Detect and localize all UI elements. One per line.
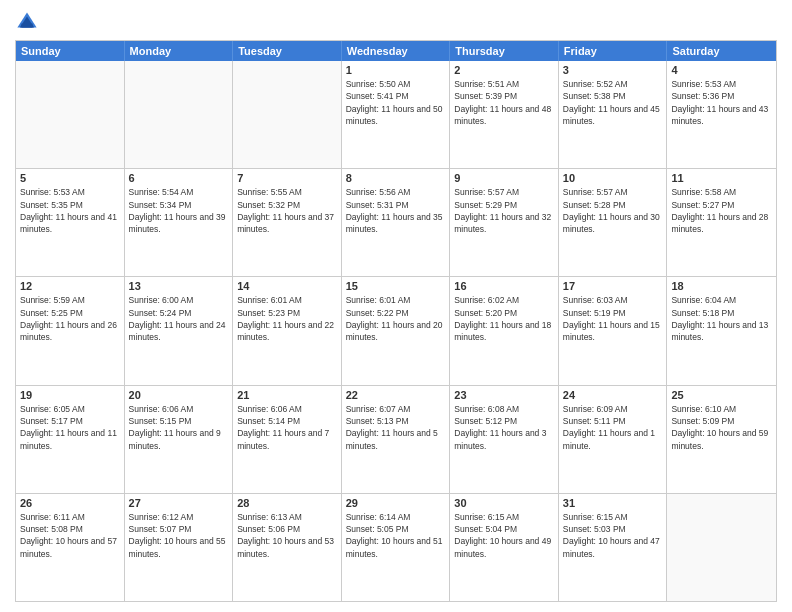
day-header-tuesday: Tuesday [233, 41, 342, 61]
day-info: Sunrise: 6:10 AM Sunset: 5:09 PM Dayligh… [671, 403, 772, 452]
day-cell-26: 26Sunrise: 6:11 AM Sunset: 5:08 PM Dayli… [16, 494, 125, 601]
calendar-page: SundayMondayTuesdayWednesdayThursdayFrid… [0, 0, 792, 612]
day-header-monday: Monday [125, 41, 234, 61]
day-number: 28 [237, 497, 337, 509]
day-cell-9: 9Sunrise: 5:57 AM Sunset: 5:29 PM Daylig… [450, 169, 559, 276]
day-cell-19: 19Sunrise: 6:05 AM Sunset: 5:17 PM Dayli… [16, 386, 125, 493]
day-number: 30 [454, 497, 554, 509]
day-number: 26 [20, 497, 120, 509]
day-info: Sunrise: 5:53 AM Sunset: 5:35 PM Dayligh… [20, 186, 120, 235]
day-info: Sunrise: 5:52 AM Sunset: 5:38 PM Dayligh… [563, 78, 663, 127]
day-cell-15: 15Sunrise: 6:01 AM Sunset: 5:22 PM Dayli… [342, 277, 451, 384]
day-info: Sunrise: 6:00 AM Sunset: 5:24 PM Dayligh… [129, 294, 229, 343]
day-header-friday: Friday [559, 41, 668, 61]
day-header-thursday: Thursday [450, 41, 559, 61]
day-cell-8: 8Sunrise: 5:56 AM Sunset: 5:31 PM Daylig… [342, 169, 451, 276]
day-info: Sunrise: 6:02 AM Sunset: 5:20 PM Dayligh… [454, 294, 554, 343]
day-number: 12 [20, 280, 120, 292]
day-cell-17: 17Sunrise: 6:03 AM Sunset: 5:19 PM Dayli… [559, 277, 668, 384]
day-cell-empty [125, 61, 234, 168]
day-cell-13: 13Sunrise: 6:00 AM Sunset: 5:24 PM Dayli… [125, 277, 234, 384]
header [15, 10, 777, 34]
day-info: Sunrise: 6:06 AM Sunset: 5:14 PM Dayligh… [237, 403, 337, 452]
day-cell-24: 24Sunrise: 6:09 AM Sunset: 5:11 PM Dayli… [559, 386, 668, 493]
day-cell-31: 31Sunrise: 6:15 AM Sunset: 5:03 PM Dayli… [559, 494, 668, 601]
day-info: Sunrise: 6:03 AM Sunset: 5:19 PM Dayligh… [563, 294, 663, 343]
day-number: 10 [563, 172, 663, 184]
day-number: 18 [671, 280, 772, 292]
day-number: 22 [346, 389, 446, 401]
logo-icon [15, 10, 39, 34]
day-number: 15 [346, 280, 446, 292]
day-cell-18: 18Sunrise: 6:04 AM Sunset: 5:18 PM Dayli… [667, 277, 776, 384]
day-number: 27 [129, 497, 229, 509]
day-cell-7: 7Sunrise: 5:55 AM Sunset: 5:32 PM Daylig… [233, 169, 342, 276]
day-number: 20 [129, 389, 229, 401]
day-cell-empty [667, 494, 776, 601]
day-cell-25: 25Sunrise: 6:10 AM Sunset: 5:09 PM Dayli… [667, 386, 776, 493]
day-cell-empty [233, 61, 342, 168]
day-number: 25 [671, 389, 772, 401]
day-number: 5 [20, 172, 120, 184]
day-info: Sunrise: 6:09 AM Sunset: 5:11 PM Dayligh… [563, 403, 663, 452]
day-info: Sunrise: 6:05 AM Sunset: 5:17 PM Dayligh… [20, 403, 120, 452]
day-number: 7 [237, 172, 337, 184]
day-info: Sunrise: 6:04 AM Sunset: 5:18 PM Dayligh… [671, 294, 772, 343]
day-info: Sunrise: 6:15 AM Sunset: 5:03 PM Dayligh… [563, 511, 663, 560]
day-number: 24 [563, 389, 663, 401]
day-info: Sunrise: 6:07 AM Sunset: 5:13 PM Dayligh… [346, 403, 446, 452]
day-number: 9 [454, 172, 554, 184]
day-cell-14: 14Sunrise: 6:01 AM Sunset: 5:23 PM Dayli… [233, 277, 342, 384]
day-cell-22: 22Sunrise: 6:07 AM Sunset: 5:13 PM Dayli… [342, 386, 451, 493]
day-info: Sunrise: 5:54 AM Sunset: 5:34 PM Dayligh… [129, 186, 229, 235]
day-number: 2 [454, 64, 554, 76]
day-cell-21: 21Sunrise: 6:06 AM Sunset: 5:14 PM Dayli… [233, 386, 342, 493]
day-info: Sunrise: 6:01 AM Sunset: 5:23 PM Dayligh… [237, 294, 337, 343]
day-cell-empty [16, 61, 125, 168]
day-cell-16: 16Sunrise: 6:02 AM Sunset: 5:20 PM Dayli… [450, 277, 559, 384]
day-number: 3 [563, 64, 663, 76]
logo [15, 10, 43, 34]
day-number: 11 [671, 172, 772, 184]
day-header-sunday: Sunday [16, 41, 125, 61]
day-header-saturday: Saturday [667, 41, 776, 61]
day-cell-4: 4Sunrise: 5:53 AM Sunset: 5:36 PM Daylig… [667, 61, 776, 168]
day-cell-2: 2Sunrise: 5:51 AM Sunset: 5:39 PM Daylig… [450, 61, 559, 168]
day-headers: SundayMondayTuesdayWednesdayThursdayFrid… [16, 41, 776, 61]
day-number: 19 [20, 389, 120, 401]
day-number: 14 [237, 280, 337, 292]
day-number: 6 [129, 172, 229, 184]
day-info: Sunrise: 5:50 AM Sunset: 5:41 PM Dayligh… [346, 78, 446, 127]
day-info: Sunrise: 5:57 AM Sunset: 5:29 PM Dayligh… [454, 186, 554, 235]
day-info: Sunrise: 6:14 AM Sunset: 5:05 PM Dayligh… [346, 511, 446, 560]
day-info: Sunrise: 5:57 AM Sunset: 5:28 PM Dayligh… [563, 186, 663, 235]
week-row-0: 1Sunrise: 5:50 AM Sunset: 5:41 PM Daylig… [16, 61, 776, 168]
day-info: Sunrise: 6:12 AM Sunset: 5:07 PM Dayligh… [129, 511, 229, 560]
day-number: 8 [346, 172, 446, 184]
week-row-4: 26Sunrise: 6:11 AM Sunset: 5:08 PM Dayli… [16, 493, 776, 601]
day-number: 21 [237, 389, 337, 401]
day-cell-28: 28Sunrise: 6:13 AM Sunset: 5:06 PM Dayli… [233, 494, 342, 601]
day-info: Sunrise: 5:56 AM Sunset: 5:31 PM Dayligh… [346, 186, 446, 235]
day-cell-29: 29Sunrise: 6:14 AM Sunset: 5:05 PM Dayli… [342, 494, 451, 601]
day-cell-6: 6Sunrise: 5:54 AM Sunset: 5:34 PM Daylig… [125, 169, 234, 276]
day-info: Sunrise: 5:58 AM Sunset: 5:27 PM Dayligh… [671, 186, 772, 235]
day-cell-12: 12Sunrise: 5:59 AM Sunset: 5:25 PM Dayli… [16, 277, 125, 384]
day-number: 1 [346, 64, 446, 76]
day-number: 17 [563, 280, 663, 292]
day-number: 31 [563, 497, 663, 509]
day-info: Sunrise: 6:13 AM Sunset: 5:06 PM Dayligh… [237, 511, 337, 560]
day-info: Sunrise: 6:06 AM Sunset: 5:15 PM Dayligh… [129, 403, 229, 452]
day-cell-23: 23Sunrise: 6:08 AM Sunset: 5:12 PM Dayli… [450, 386, 559, 493]
day-cell-5: 5Sunrise: 5:53 AM Sunset: 5:35 PM Daylig… [16, 169, 125, 276]
day-info: Sunrise: 5:59 AM Sunset: 5:25 PM Dayligh… [20, 294, 120, 343]
week-row-3: 19Sunrise: 6:05 AM Sunset: 5:17 PM Dayli… [16, 385, 776, 493]
day-number: 29 [346, 497, 446, 509]
day-cell-11: 11Sunrise: 5:58 AM Sunset: 5:27 PM Dayli… [667, 169, 776, 276]
day-cell-3: 3Sunrise: 5:52 AM Sunset: 5:38 PM Daylig… [559, 61, 668, 168]
day-cell-20: 20Sunrise: 6:06 AM Sunset: 5:15 PM Dayli… [125, 386, 234, 493]
day-info: Sunrise: 6:01 AM Sunset: 5:22 PM Dayligh… [346, 294, 446, 343]
week-row-2: 12Sunrise: 5:59 AM Sunset: 5:25 PM Dayli… [16, 276, 776, 384]
day-info: Sunrise: 6:11 AM Sunset: 5:08 PM Dayligh… [20, 511, 120, 560]
day-cell-10: 10Sunrise: 5:57 AM Sunset: 5:28 PM Dayli… [559, 169, 668, 276]
